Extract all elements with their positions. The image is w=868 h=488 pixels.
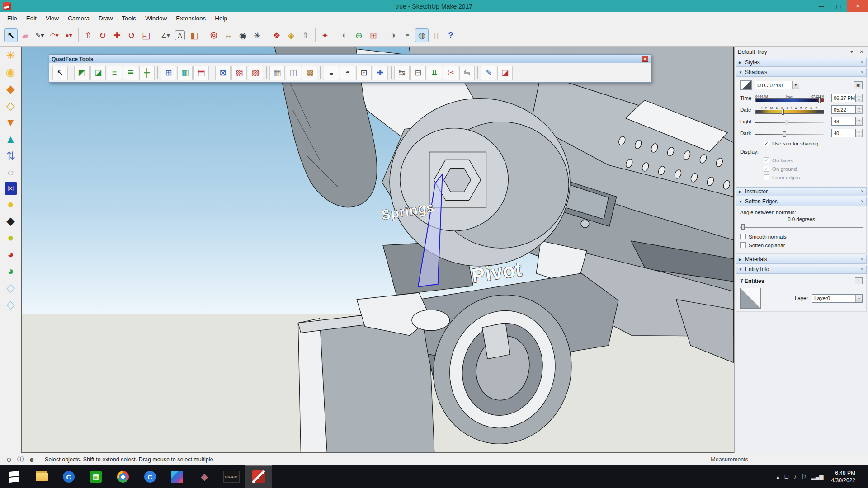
shaded-view-icon[interactable]: ◑ xyxy=(386,28,400,42)
use-sun-checkbox[interactable]: ✓ xyxy=(764,141,769,146)
qf-unsmooth-tool[interactable]: ◓ xyxy=(340,66,355,80)
section-shadows[interactable]: ▼ Shadows ✕ xyxy=(736,68,867,77)
taskbar-cura2-icon[interactable]: C xyxy=(137,465,164,488)
follow-me-tool[interactable]: ↻ xyxy=(96,28,109,42)
start-button[interactable] xyxy=(0,465,28,488)
qf-select-loop-tool[interactable]: ≡ xyxy=(107,66,122,80)
taskbar-explorer-icon[interactable] xyxy=(28,465,55,488)
eraser-tool[interactable]: ▰ xyxy=(19,28,32,42)
close-icon[interactable]: ✕ xyxy=(860,199,864,204)
network-icon[interactable]: ▂▄▆ xyxy=(811,474,824,480)
soften-edges-icon[interactable]: ◍ xyxy=(415,28,429,42)
minimize-button[interactable]: — xyxy=(813,0,830,12)
layer-select[interactable]: Layer0 ▾ xyxy=(812,294,863,303)
bulb-icon[interactable]: ◉ xyxy=(4,65,18,80)
menu-tools[interactable]: Tools xyxy=(118,14,141,23)
maximize-button[interactable]: ▢ xyxy=(830,0,847,12)
qf-mirror-tool[interactable]: ⇋ xyxy=(459,66,475,80)
spin-down-icon[interactable]: ▾ xyxy=(856,110,862,114)
sphere-green-icon[interactable]: ◕ xyxy=(4,264,18,278)
paint-bucket-tool[interactable]: ◧ xyxy=(188,28,201,42)
taskbar-cura-icon[interactable]: C xyxy=(55,465,82,488)
light-slider-thumb[interactable] xyxy=(785,120,788,125)
qf-detriangulate-tool[interactable]: ▨ xyxy=(248,66,263,80)
geo-model-icon[interactable]: ⊞ xyxy=(367,28,380,42)
shadow-details-button[interactable]: ▣ xyxy=(854,81,863,89)
date-slider[interactable]: J F M A M J J A S O N D xyxy=(755,106,824,114)
back-edges-icon[interactable]: ◓ xyxy=(401,28,414,42)
components-icon[interactable]: ◈ xyxy=(284,28,298,42)
close-icon[interactable]: ✕ xyxy=(860,60,864,65)
qf-vertex-tool[interactable]: ✚ xyxy=(373,66,388,80)
orbit-tool[interactable]: ⊚ xyxy=(207,28,221,42)
arrow-down-icon[interactable]: ▼ xyxy=(4,115,18,130)
add-location-icon[interactable]: ⊕ xyxy=(352,28,366,42)
smooth-normals-checkbox[interactable] xyxy=(740,234,746,239)
close-icon[interactable]: ✕ xyxy=(642,56,648,62)
qf-select-ring-tool[interactable]: ≣ xyxy=(123,66,138,80)
time-slider[interactable]: 04:44 AM Noon 07:12 PM xyxy=(755,94,824,102)
sphere-multi-icon[interactable]: ◕ xyxy=(4,247,18,262)
quadface-titlebar[interactable]: QuadFace Tools ✕ xyxy=(49,55,651,63)
section-soften-edges[interactable]: ▼ Soften Edges ✕ xyxy=(736,197,867,206)
menu-view[interactable]: View xyxy=(41,14,63,23)
taskbar-media-icon[interactable] xyxy=(164,465,191,488)
qf-merge-tool[interactable]: ⊟ xyxy=(410,66,426,80)
taskbar-creality-icon[interactable]: CREALITY xyxy=(218,465,245,488)
section-plane-icon[interactable]: ◐ xyxy=(338,28,351,42)
soften-coplanar-checkbox[interactable] xyxy=(740,242,746,248)
menu-extensions[interactable]: Extensions xyxy=(171,14,210,23)
qf-shrink-selection-tool[interactable]: ◪ xyxy=(90,66,106,80)
qf-draw-quad-tool[interactable]: ✎ xyxy=(481,66,496,80)
line-tool[interactable]: ✎▾ xyxy=(33,28,47,42)
spin-up-icon[interactable]: ▴ xyxy=(856,94,862,98)
pan-tool[interactable]: ↔ xyxy=(222,28,235,42)
spin-down-icon[interactable]: ▾ xyxy=(856,133,862,137)
taskbar-calculator-icon[interactable]: ▦ xyxy=(82,465,109,488)
volume-icon[interactable]: ♪ xyxy=(794,474,797,480)
show-hidden-icon[interactable]: ▴ xyxy=(777,474,779,480)
qf-uv-copy-tool[interactable]: ◫ xyxy=(286,66,301,80)
hex-yellow-icon[interactable]: ● xyxy=(4,197,18,211)
signin-icon[interactable]: ☻ xyxy=(27,455,36,464)
close-icon[interactable]: ✕ xyxy=(859,49,865,54)
cylinder-icon[interactable]: ▯ xyxy=(429,28,443,42)
display-icon[interactable]: ⊟ xyxy=(784,474,789,480)
close-icon[interactable]: ✕ xyxy=(860,267,864,272)
section-entity-info[interactable]: ▼ Entity Info ✕ xyxy=(736,265,867,274)
qf-connect-tool[interactable]: ⊞ xyxy=(161,66,176,80)
auto-hide-pin-icon[interactable]: ▾ xyxy=(849,49,855,54)
qf-wireframe-tool[interactable]: ⊡ xyxy=(356,66,372,80)
menu-edit[interactable]: Edit xyxy=(22,14,41,23)
dark-slider-thumb[interactable] xyxy=(783,131,786,137)
spin-down-icon[interactable]: ▾ xyxy=(856,122,862,126)
export-icon[interactable]: ⇑ xyxy=(299,28,312,42)
arc-tool[interactable]: ◠▾ xyxy=(47,28,61,42)
toggle-shadows-button[interactable] xyxy=(740,80,752,90)
qf-uv-paste-tool[interactable]: ▩ xyxy=(302,66,317,80)
taskbar-clock[interactable]: 6:48 PM 4/30/2022 xyxy=(831,469,855,484)
warehouse-icon[interactable]: ❖ xyxy=(270,28,283,42)
qf-select-tool[interactable]: ↖ xyxy=(52,66,68,80)
menu-draw[interactable]: Draw xyxy=(94,14,118,23)
measurements-value[interactable] xyxy=(753,455,863,464)
close-icon[interactable]: ✕ xyxy=(860,70,864,75)
section-instructor[interactable]: ▶ Instructor ✕ xyxy=(736,187,867,196)
ring-icon[interactable]: ○ xyxy=(4,165,18,180)
taskbar-3d-viewer-icon[interactable]: ◆ xyxy=(191,465,218,488)
quadface-toolbar[interactable]: QuadFace Tools ✕ ↖ ◩ ◪ ≡ ≣ ╪ ⊞ ▥ xyxy=(49,54,651,83)
qf-insert-split-tool[interactable]: ⇊ xyxy=(427,66,442,80)
taskbar-sketchup-icon[interactable] xyxy=(245,465,272,488)
spin-down-icon[interactable]: ▾ xyxy=(856,98,862,102)
push-pull-tool[interactable]: ⇧ xyxy=(81,28,95,42)
qf-uv-map-tool[interactable]: ▦ xyxy=(269,66,285,80)
menu-window[interactable]: Window xyxy=(141,14,171,23)
gem-orange-icon[interactable]: ◆ xyxy=(4,82,18,96)
dark-slider[interactable] xyxy=(755,131,824,137)
select-tool[interactable]: ↖ xyxy=(4,28,18,42)
soften-angle-slider[interactable] xyxy=(740,224,863,231)
show-desktop-button[interactable] xyxy=(863,465,867,488)
model-svg[interactable]: Springs Pivot xyxy=(22,47,734,452)
tape-measure-tool[interactable]: ∠▾ xyxy=(159,28,172,42)
arrow-up-icon[interactable]: ▲ xyxy=(4,132,18,146)
